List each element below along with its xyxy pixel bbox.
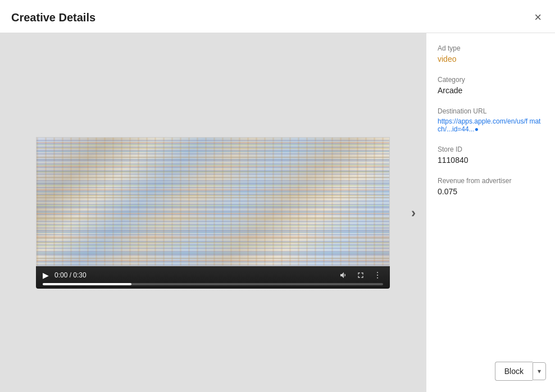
- category-value: Arcade: [438, 86, 544, 95]
- svg-point-2: [377, 277, 378, 278]
- controls-row: ▶ 0:00 / 0:30: [43, 271, 383, 280]
- revenue-label: Revenue from advertiser: [438, 177, 544, 185]
- sidebar-footer: Block ▾: [495, 362, 546, 381]
- video-container: ▶ 0:00 / 0:30: [36, 137, 390, 289]
- store-id-value: 1110840: [438, 156, 544, 165]
- dialog-header: Creative Details ×: [0, 0, 555, 33]
- time-display: 0:00 / 0:30: [54, 271, 333, 279]
- revenue-field: Revenue from advertiser 0.075: [438, 177, 544, 196]
- progress-fill: [43, 283, 131, 285]
- category-field: Category Arcade: [438, 76, 544, 95]
- more-button[interactable]: [372, 271, 383, 280]
- mute-button[interactable]: [338, 271, 349, 280]
- play-button[interactable]: ▶: [43, 271, 49, 280]
- next-arrow-button[interactable]: ›: [411, 205, 416, 221]
- block-dropdown-button[interactable]: ▾: [533, 362, 546, 380]
- store-id-label: Store ID: [438, 145, 544, 153]
- dialog-body: ▶ 0:00 / 0:30: [0, 33, 555, 392]
- svg-point-0: [377, 272, 378, 273]
- video-panel: ▶ 0:00 / 0:30: [0, 33, 426, 392]
- video-thumbnail: [36, 137, 390, 266]
- close-button[interactable]: ×: [532, 10, 544, 25]
- destination-url-label: Destination URL: [438, 107, 544, 115]
- destination-url-field: Destination URL https://apps.apple.com/e…: [438, 107, 544, 133]
- block-button[interactable]: Block: [495, 362, 533, 381]
- destination-url-value: https://apps.apple.com/en/us/f match/...…: [438, 117, 544, 133]
- sidebar: Ad type video Category Arcade Destinatio…: [426, 33, 555, 392]
- video-controls-bar: ▶ 0:00 / 0:30: [36, 266, 390, 289]
- progress-bar[interactable]: [43, 283, 383, 285]
- ad-type-field: Ad type video: [438, 44, 544, 63]
- fullscreen-button[interactable]: [355, 271, 366, 280]
- dialog-title: Creative Details: [11, 11, 95, 24]
- video-frame: [37, 138, 389, 266]
- revenue-value: 0.075: [438, 187, 544, 196]
- svg-point-1: [377, 275, 378, 276]
- ad-type-value: video: [438, 54, 544, 63]
- category-label: Category: [438, 76, 544, 84]
- creative-details-dialog: Creative Details × ▶ 0:00 / 0:30: [0, 0, 555, 392]
- ad-type-label: Ad type: [438, 44, 544, 52]
- store-id-field: Store ID 1110840: [438, 145, 544, 165]
